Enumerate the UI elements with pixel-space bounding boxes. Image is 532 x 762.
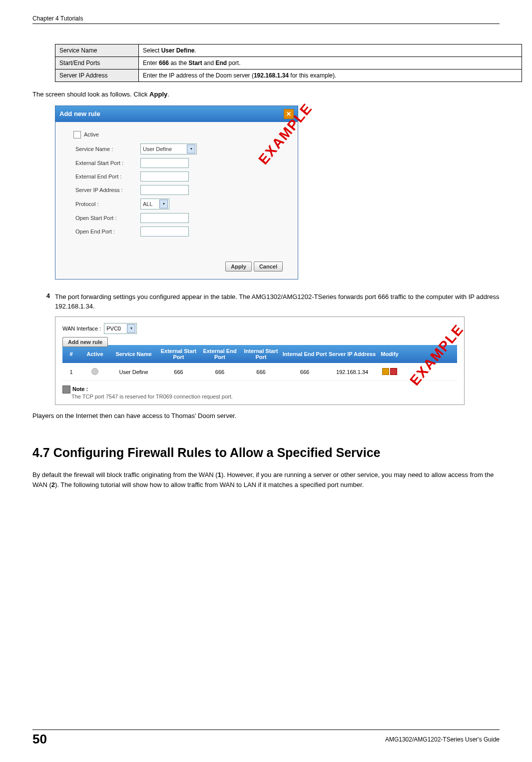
- chevron-down-icon: ▾: [127, 324, 135, 333]
- external-start-port-label: External Start Port :: [75, 160, 140, 166]
- bold-text: 2: [51, 481, 55, 488]
- open-end-port-label: Open End Port :: [75, 228, 140, 234]
- col-name: Service Name: [110, 351, 157, 357]
- bold-text: End: [215, 60, 227, 66]
- row-ext-end: 666: [200, 369, 240, 375]
- chevron-down-icon: ▾: [159, 200, 168, 208]
- table-row: Server IP Address Enter the IP address o…: [55, 70, 522, 82]
- text: and: [202, 60, 216, 66]
- text: The screen should look as follows. Click: [32, 90, 149, 98]
- bold-text: 1: [218, 471, 221, 478]
- service-name-select[interactable]: User Define ▾: [140, 144, 197, 154]
- guide-title: AMG1302/AMG1202-TSeries User's Guide: [53, 736, 500, 743]
- text: Enter: [143, 60, 159, 66]
- col-int-end: Internal End Port: [282, 351, 327, 357]
- bold-text: 666: [159, 60, 169, 66]
- row-modify: [377, 368, 402, 376]
- add-rule-dialog: Add new rule ✕ Active Service Name : Use…: [55, 106, 298, 280]
- table-row: Service Name Select User Define.: [55, 44, 522, 57]
- open-start-port-input[interactable]: [140, 213, 189, 223]
- row-int-end: 666: [282, 369, 327, 375]
- table-row: Start/End Ports Enter 666 as the Start a…: [55, 57, 522, 70]
- running-header: Chapter 4 Tutorials: [32, 15, 500, 24]
- dialog-title: Add new rule: [59, 110, 100, 118]
- external-start-port-input[interactable]: [140, 158, 189, 168]
- row-name: User Define: [110, 369, 157, 375]
- col-modify: Modify: [377, 351, 402, 357]
- col-num: #: [62, 351, 80, 357]
- row-int-start: 666: [240, 369, 282, 375]
- page-number: 50: [32, 732, 47, 747]
- col-ext-end: External End Port: [200, 348, 240, 360]
- text: .: [167, 90, 169, 98]
- server-ip-input[interactable]: [140, 185, 189, 195]
- external-end-port-label: External End Port :: [75, 174, 140, 180]
- server-ip-label: Server IP Address :: [75, 187, 140, 193]
- row-num: 1: [62, 369, 80, 375]
- config-table: Service Name Select User Define. Start/E…: [55, 44, 522, 82]
- bold-text: User Define: [161, 47, 195, 54]
- select-value: ALL: [143, 201, 153, 207]
- bold-text: Apply: [149, 90, 167, 98]
- step-text: The port forwarding settings you configu…: [55, 292, 500, 312]
- note-title: Note :: [72, 386, 88, 392]
- dialog-header: Add new rule ✕: [55, 106, 298, 122]
- port-forwarding-panel: WAN Interface : PVC0 ▾ Add new rule # Ac…: [55, 316, 465, 405]
- row-server-ip: 192.168.1.34: [327, 369, 377, 375]
- protocol-label: Protocol :: [75, 201, 140, 207]
- col-ext-start: External Start Port: [157, 348, 200, 360]
- chevron-down-icon: ▾: [187, 144, 195, 154]
- delete-icon[interactable]: [390, 368, 397, 375]
- add-new-rule-button[interactable]: Add new rule: [62, 337, 108, 347]
- apply-button[interactable]: Apply: [225, 262, 252, 272]
- bold-text: 192.168.1.34: [254, 72, 289, 79]
- note-text: The TCP port 7547 is reserved for TR069 …: [71, 394, 457, 400]
- open-start-port-label: Open Start Port :: [75, 215, 140, 221]
- bold-text: Start: [188, 60, 202, 66]
- service-name-label: Service Name :: [75, 146, 140, 152]
- wan-interface-select[interactable]: PVC0 ▾: [104, 323, 137, 334]
- config-label: Start/End Ports: [55, 57, 139, 70]
- section-body: By default the firewall will block traff…: [32, 470, 500, 490]
- row-active: [80, 368, 110, 376]
- note-icon: [62, 386, 70, 394]
- select-value: User Define: [143, 146, 172, 152]
- section-heading: 4.7 Configuring Firewall Rules to Allow …: [32, 446, 500, 460]
- active-checkbox[interactable]: [73, 131, 81, 138]
- apply-instruction: The screen should look as follows. Click…: [32, 90, 500, 100]
- table-row: 1 User Define 666 666 666 666 192.168.1.…: [62, 363, 457, 380]
- text: Enter the IP address of the Doom server …: [143, 72, 254, 79]
- row-ext-start: 666: [157, 369, 200, 375]
- col-server-ip: Server IP Address: [327, 351, 377, 357]
- text: .: [194, 47, 196, 54]
- config-value: Enter the IP address of the Doom server …: [139, 70, 522, 82]
- config-label: Server IP Address: [55, 70, 139, 82]
- footer: 50 AMG1302/AMG1202-TSeries User's Guide: [32, 730, 500, 747]
- open-end-port-input[interactable]: [140, 226, 189, 236]
- external-end-port-input[interactable]: [140, 172, 189, 182]
- step-number: 4: [32, 292, 50, 312]
- text: port.: [227, 60, 240, 66]
- protocol-select[interactable]: ALL ▾: [140, 198, 169, 210]
- close-icon[interactable]: ✕: [284, 109, 294, 119]
- dialog-body: Active Service Name : User Define ▾ Exte…: [55, 122, 298, 279]
- col-active: Active: [80, 351, 110, 357]
- text: ). The following tutorial will show how …: [55, 481, 364, 488]
- text: for this example).: [289, 72, 336, 79]
- text: as the: [169, 60, 188, 66]
- col-int-start: Internal Start Port: [240, 348, 282, 360]
- text: Select: [143, 47, 161, 54]
- edit-icon[interactable]: [382, 368, 389, 375]
- config-value: Select User Define.: [139, 44, 522, 57]
- config-value: Enter 666 as the Start and End port.: [139, 57, 522, 70]
- select-value: PVC0: [106, 326, 121, 332]
- players-text: Players on the Internet then can have ac…: [32, 411, 500, 421]
- wan-interface-label: WAN Interface :: [62, 326, 101, 332]
- text: By default the firewall will block traff…: [32, 471, 218, 478]
- config-label: Service Name: [55, 44, 139, 57]
- cancel-button[interactable]: Cancel: [254, 262, 283, 272]
- bulb-icon[interactable]: [91, 368, 98, 375]
- active-label: Active: [84, 132, 99, 138]
